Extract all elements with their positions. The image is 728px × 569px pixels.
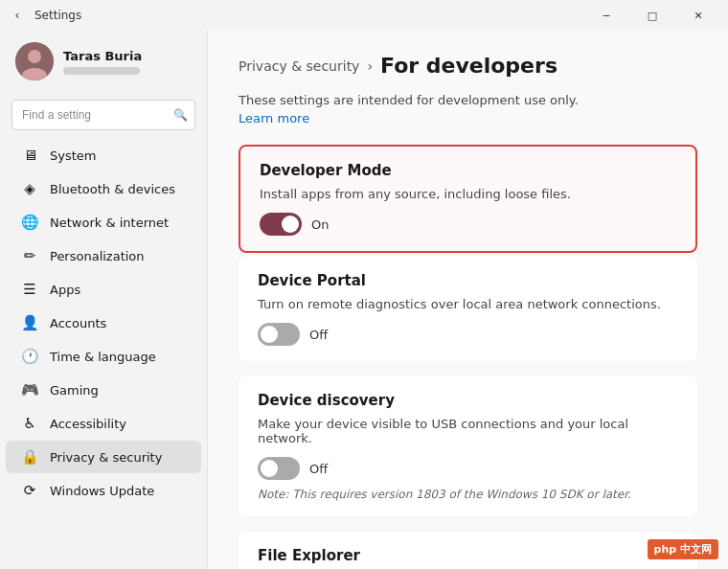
window-controls: ─ □ ✕ [584, 0, 720, 31]
page-description: These settings are intended for developm… [239, 93, 697, 107]
breadcrumb-parent[interactable]: Privacy & security [239, 58, 359, 74]
app-body: Taras Buria 🔍 🖥 System ◈ Bluetooth & dev… [0, 31, 728, 569]
developer-mode-toggle-knob [282, 216, 299, 233]
sidebar-label-system: System [50, 148, 96, 163]
developer-mode-toggle-label: On [311, 217, 329, 232]
watermark: php 中文网 [648, 539, 718, 559]
sidebar-item-update[interactable]: ⟳ Windows Update [6, 474, 201, 507]
developer-mode-desc: Install apps from any source, including … [260, 187, 676, 201]
device-discovery-note: Note: This requires version 1803 of the … [258, 488, 678, 501]
device-discovery-title: Device discovery [258, 392, 678, 409]
developer-mode-toggle[interactable] [260, 213, 302, 236]
device-discovery-toggle-knob [261, 460, 278, 477]
device-discovery-toggle-row: Off [258, 457, 678, 480]
user-profile[interactable]: Taras Buria [0, 31, 207, 92]
sidebar-item-network[interactable]: 🌐 Network & internet [6, 206, 201, 239]
back-icon: ‹ [15, 9, 20, 22]
device-portal-card: Device Portal Turn on remote diagnostics… [239, 257, 697, 361]
nav-list: 🖥 System ◈ Bluetooth & devices 🌐 Network… [0, 138, 207, 508]
search-icon: 🔍 [173, 108, 188, 122]
sidebar-item-accessibility[interactable]: ♿ Accessibility [6, 407, 201, 440]
minimize-icon: ─ [603, 10, 610, 22]
developer-mode-title: Developer Mode [260, 162, 676, 179]
breadcrumb-separator: › [367, 58, 373, 74]
device-portal-toggle-knob [261, 326, 278, 343]
search-box[interactable]: 🔍 [11, 100, 195, 130]
accounts-icon: 👤 [21, 314, 38, 331]
sidebar-item-system[interactable]: 🖥 System [6, 139, 201, 171]
sidebar-label-apps: Apps [50, 283, 80, 297]
device-portal-toggle-row: Off [258, 323, 678, 346]
sidebar-item-bluetooth[interactable]: ◈ Bluetooth & devices [6, 172, 201, 205]
user-name: Taras Buria [63, 49, 142, 63]
search-input[interactable] [11, 100, 195, 130]
network-icon: 🌐 [21, 214, 38, 231]
apps-icon: ☰ [21, 281, 38, 298]
device-portal-desc: Turn on remote diagnostics over local ar… [258, 297, 678, 311]
maximize-icon: □ [648, 10, 657, 22]
system-icon: 🖥 [21, 147, 38, 164]
bluetooth-icon: ◈ [21, 180, 38, 197]
back-button[interactable]: ‹ [8, 6, 27, 25]
sidebar-label-network: Network & internet [50, 216, 169, 230]
close-icon: ✕ [694, 10, 702, 22]
avatar [15, 42, 54, 80]
breadcrumb: Privacy & security › For developers [239, 54, 697, 78]
user-info: Taras Buria [63, 49, 142, 75]
sidebar-item-accounts[interactable]: 👤 Accounts [6, 307, 201, 339]
sidebar-label-gaming: Gaming [50, 383, 99, 398]
sidebar-label-personalization: Personalization [50, 249, 145, 263]
file-explorer-card: File Explorer Apply the following settin… [239, 532, 697, 569]
sidebar-item-personalization[interactable]: ✏ Personalization [6, 239, 201, 272]
privacy-icon: 🔒 [21, 448, 38, 466]
gaming-icon: 🎮 [21, 381, 38, 398]
sidebar-item-apps[interactable]: ☰ Apps [6, 273, 201, 306]
sidebar-label-update: Windows Update [50, 484, 154, 498]
update-icon: ⟳ [21, 482, 38, 499]
sidebar-label-accessibility: Accessibility [50, 417, 126, 431]
sidebar-label-privacy: Privacy & security [50, 450, 162, 465]
device-discovery-desc: Make your device visible to USB connecti… [258, 417, 678, 445]
personalization-icon: ✏ [21, 247, 38, 264]
page-title: For developers [380, 54, 557, 78]
sidebar-item-gaming[interactable]: 🎮 Gaming [6, 374, 201, 406]
sidebar-label-accounts: Accounts [50, 316, 106, 330]
time-icon: 🕐 [21, 348, 38, 365]
titlebar: ‹ Settings ─ □ ✕ [0, 0, 728, 31]
sidebar-label-time: Time & language [50, 350, 156, 364]
sidebar-label-bluetooth: Bluetooth & devices [50, 182, 175, 196]
learn-more-link[interactable]: Learn more [239, 111, 309, 125]
minimize-button[interactable]: ─ [584, 0, 628, 31]
sidebar: Taras Buria 🔍 🖥 System ◈ Bluetooth & dev… [0, 31, 207, 569]
accessibility-icon: ♿ [21, 415, 38, 432]
device-discovery-toggle-label: Off [309, 462, 328, 476]
device-portal-toggle-label: Off [309, 328, 328, 342]
developer-mode-toggle-row: On [260, 213, 676, 236]
app-title: Settings [34, 9, 81, 22]
sidebar-item-privacy[interactable]: 🔒 Privacy & security [6, 441, 201, 473]
user-account-bar [63, 67, 140, 75]
developer-mode-card: Developer Mode Install apps from any sou… [239, 145, 697, 253]
close-button[interactable]: ✕ [676, 0, 720, 31]
device-portal-toggle[interactable] [258, 323, 300, 346]
file-explorer-title: File Explorer [258, 547, 678, 564]
device-discovery-toggle[interactable] [258, 457, 300, 480]
maximize-button[interactable]: □ [630, 0, 674, 31]
content-area: Privacy & security › For developers Thes… [207, 31, 728, 569]
svg-point-1 [28, 50, 41, 63]
device-discovery-card: Device discovery Make your device visibl… [239, 376, 697, 516]
titlebar-left: ‹ Settings [8, 6, 81, 25]
sidebar-item-time[interactable]: 🕐 Time & language [6, 340, 201, 373]
device-portal-title: Device Portal [258, 272, 678, 289]
